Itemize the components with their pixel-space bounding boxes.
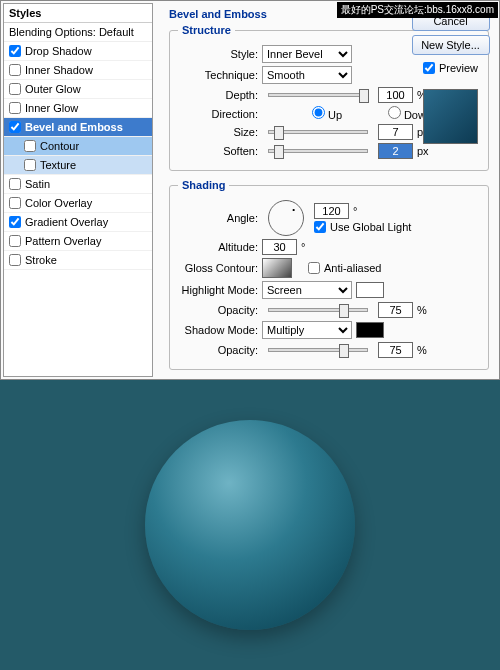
- layer-style-dialog: Styles Blending Options: Default Drop Sh…: [0, 0, 500, 380]
- dir-up[interactable]: Up: [262, 106, 342, 121]
- checkbox-color-overlay[interactable]: [9, 197, 21, 209]
- checkbox-contour[interactable]: [24, 140, 36, 152]
- styles-list-panel: Styles Blending Options: Default Drop Sh…: [3, 3, 153, 377]
- shadow-select[interactable]: Multiply: [262, 321, 352, 339]
- size-slider[interactable]: [268, 130, 368, 134]
- checkbox-inner-glow[interactable]: [9, 102, 21, 114]
- altitude-input[interactable]: [262, 239, 297, 255]
- preview-check[interactable]: [423, 62, 435, 74]
- style-pattern-overlay[interactable]: Pattern Overlay: [4, 232, 152, 251]
- checkbox-inner-shadow[interactable]: [9, 64, 21, 76]
- checkbox-outer-glow[interactable]: [9, 83, 21, 95]
- soften-label: Soften:: [178, 145, 258, 157]
- direction-label: Direction:: [178, 108, 258, 120]
- gloss-contour-picker[interactable]: [262, 258, 292, 278]
- rendered-sphere: [145, 420, 355, 630]
- opacity1-label: Opacity:: [178, 304, 258, 316]
- checkbox-stroke[interactable]: [9, 254, 21, 266]
- altitude-label: Altitude:: [178, 241, 258, 253]
- result-canvas: [0, 380, 500, 670]
- depth-label: Depth:: [178, 89, 258, 101]
- soften-slider[interactable]: [268, 149, 368, 153]
- style-outer-glow[interactable]: Outer Glow: [4, 80, 152, 99]
- technique-select[interactable]: Smooth: [262, 66, 352, 84]
- global-light-check[interactable]: [314, 221, 326, 233]
- size-label: Size:: [178, 126, 258, 138]
- gloss-label: Gloss Contour:: [178, 262, 258, 274]
- right-button-panel: Cancel New Style... Preview: [408, 7, 493, 148]
- checkbox-pattern-overlay[interactable]: [9, 235, 21, 247]
- style-color-overlay[interactable]: Color Overlay: [4, 194, 152, 213]
- technique-label: Technique:: [178, 69, 258, 81]
- checkbox-bevel[interactable]: [9, 121, 21, 133]
- angle-dial[interactable]: [268, 200, 304, 236]
- styles-header[interactable]: Styles: [4, 4, 152, 23]
- style-satin[interactable]: Satin: [4, 175, 152, 194]
- shadow-color[interactable]: [356, 322, 384, 338]
- style-bevel-emboss[interactable]: Bevel and Emboss: [4, 118, 152, 137]
- shadow-label: Shadow Mode:: [178, 324, 258, 336]
- style-stroke[interactable]: Stroke: [4, 251, 152, 270]
- preview-swatch: [423, 89, 478, 144]
- style-inner-glow[interactable]: Inner Glow: [4, 99, 152, 118]
- checkbox-satin[interactable]: [9, 178, 21, 190]
- angle-label: Angle:: [178, 212, 258, 224]
- watermark-text: 最好的PS交流论坛:bbs.16xx8.com: [337, 2, 498, 18]
- checkbox-gradient-overlay[interactable]: [9, 216, 21, 228]
- checkbox-drop-shadow[interactable]: [9, 45, 21, 57]
- highlight-select[interactable]: Screen: [262, 281, 352, 299]
- antialiased-check[interactable]: [308, 262, 320, 274]
- style-label: Style:: [178, 48, 258, 60]
- shading-group: Shading Angle:°Use Global Light Altitude…: [169, 179, 489, 370]
- depth-slider[interactable]: [268, 93, 368, 97]
- style-contour[interactable]: Contour: [4, 137, 152, 156]
- highlight-label: Highlight Mode:: [178, 284, 258, 296]
- opacity1-slider[interactable]: [268, 308, 368, 312]
- style-texture[interactable]: Texture: [4, 156, 152, 175]
- style-gradient-overlay[interactable]: Gradient Overlay: [4, 213, 152, 232]
- new-style-button[interactable]: New Style...: [412, 35, 490, 55]
- checkbox-texture[interactable]: [24, 159, 36, 171]
- opacity2-label: Opacity:: [178, 344, 258, 356]
- opacity2-slider[interactable]: [268, 348, 368, 352]
- opacity1-input[interactable]: [378, 302, 413, 318]
- shading-legend: Shading: [178, 179, 229, 191]
- blending-options[interactable]: Blending Options: Default: [4, 23, 152, 42]
- style-inner-shadow[interactable]: Inner Shadow: [4, 61, 152, 80]
- style-drop-shadow[interactable]: Drop Shadow: [4, 42, 152, 61]
- style-select[interactable]: Inner Bevel: [262, 45, 352, 63]
- structure-legend: Structure: [178, 24, 235, 36]
- highlight-color[interactable]: [356, 282, 384, 298]
- angle-input[interactable]: [314, 203, 349, 219]
- opacity2-input[interactable]: [378, 342, 413, 358]
